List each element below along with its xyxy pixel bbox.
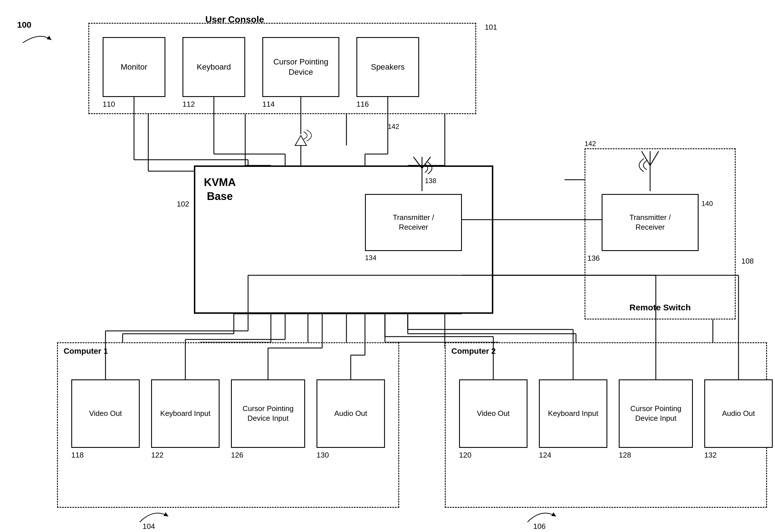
arrow-104 xyxy=(137,505,171,528)
ref-130: 130 xyxy=(316,451,329,460)
arrow-106 xyxy=(525,505,559,528)
box-keyboard: Keyboard xyxy=(182,37,245,97)
ref-118: 118 xyxy=(71,451,84,460)
antenna-142-remote xyxy=(639,137,673,194)
ref-110: 110 xyxy=(103,100,115,109)
box-cursor-input-2: Cursor Pointing Device Input xyxy=(619,379,693,448)
ref-142-remote: 142 xyxy=(585,140,596,148)
ref-136: 136 xyxy=(587,254,600,263)
svg-line-41 xyxy=(642,151,650,165)
ref-102: 102 xyxy=(177,200,189,208)
box-audio-out-2: Audio Out xyxy=(704,379,773,448)
ref-140: 140 xyxy=(701,200,713,208)
ref-108: 108 xyxy=(741,257,754,265)
antenna-138 xyxy=(408,151,436,194)
box-monitor: Monitor xyxy=(103,37,165,97)
ref-128: 128 xyxy=(619,451,631,460)
ref-142-top: 142 xyxy=(388,123,399,131)
box-cursor-input-1: Cursor Pointing Device Input xyxy=(231,379,305,448)
svg-marker-79 xyxy=(295,135,306,145)
box-keyboard-input-1: Keyboard Input xyxy=(151,379,219,448)
box-video-out-2: Video Out xyxy=(459,379,528,448)
arrow-100 xyxy=(17,20,57,48)
box-video-out-1: Video Out xyxy=(71,379,140,448)
ref-114: 114 xyxy=(262,100,274,109)
ref-120: 120 xyxy=(459,451,471,460)
box-cursor-pointing-device: Cursor Pointing Device xyxy=(262,37,339,97)
ref-124: 124 xyxy=(539,451,551,460)
ref-101: 101 xyxy=(485,23,497,32)
diagram: 100 User Console 101 Monitor 110 Keyboar… xyxy=(0,0,775,532)
box-speakers: Speakers xyxy=(356,37,419,97)
svg-line-39 xyxy=(422,157,431,168)
box-audio-out-1: Audio Out xyxy=(316,379,385,448)
transmitter-receiver-remote: Transmitter /Receiver xyxy=(602,194,699,251)
box-keyboard-input-2: Keyboard Input xyxy=(539,379,607,448)
ref-122: 122 xyxy=(151,451,163,460)
ref-132: 132 xyxy=(704,451,717,460)
user-console-label: User Console xyxy=(205,14,264,25)
ref-134: 134 xyxy=(365,254,376,262)
transmitter-receiver-inner: Transmitter /Receiver xyxy=(365,194,462,251)
ref-116: 116 xyxy=(356,100,369,109)
ref-126: 126 xyxy=(231,451,243,460)
svg-line-43 xyxy=(650,151,659,165)
ref-112: 112 xyxy=(182,100,195,109)
svg-line-37 xyxy=(414,157,422,168)
